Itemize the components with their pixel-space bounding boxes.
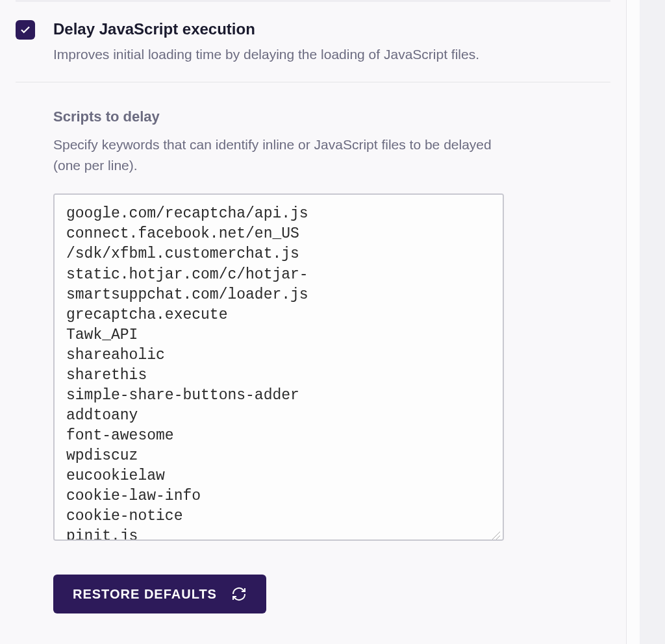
subsection-title: Scripts to delay	[53, 108, 610, 125]
delay-js-checkbox[interactable]	[16, 20, 35, 40]
settings-panel: Delay JavaScript execution Improves init…	[0, 0, 627, 644]
subsection-description: Specify keywords that can identify inlin…	[53, 134, 508, 175]
scripts-delay-textarea[interactable]	[53, 193, 504, 541]
textarea-container	[53, 193, 504, 543]
panel-edge	[627, 0, 640, 644]
checkmark-icon	[19, 24, 31, 36]
scripts-to-delay-subsection: Scripts to delay Specify keywords that c…	[0, 82, 626, 559]
delay-js-section: Delay JavaScript execution Improves init…	[0, 2, 626, 82]
refresh-icon	[231, 586, 247, 602]
section-description: Improves initial loading time by delayin…	[53, 45, 610, 64]
restore-defaults-button[interactable]: RESTORE DEFAULTS	[53, 575, 266, 613]
section-content: Delay JavaScript execution Improves init…	[53, 20, 610, 64]
button-row: RESTORE DEFAULTS	[0, 559, 626, 629]
restore-defaults-label: RESTORE DEFAULTS	[73, 587, 217, 602]
section-title: Delay JavaScript execution	[53, 20, 610, 38]
page-gutter	[640, 0, 665, 644]
